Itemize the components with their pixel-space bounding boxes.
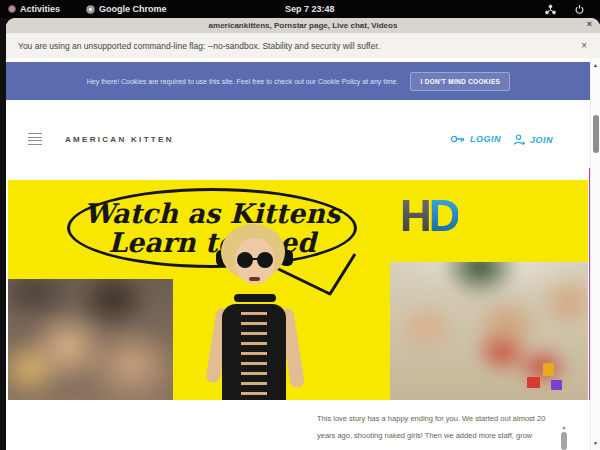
page-viewport: Hey there! Cookies are required to use t… [6,58,600,450]
activities-indicator-icon [8,5,16,13]
network-icon [545,4,556,15]
gift-box-purple [551,380,562,390]
menu-icon[interactable] [28,133,42,145]
app-menu-label: Google Chrome [99,4,167,14]
close-tab-icon[interactable]: × [587,19,592,29]
sunglasses-bridge [251,258,261,260]
about-line-2: years ago, shooting naked girls! Then we… [317,427,559,444]
sandbox-warning-bar: You are using an unsupported command-lin… [6,33,600,59]
choker-shape [234,294,276,302]
sunglasses-left-lens [237,252,253,268]
main-scroll-up-icon[interactable]: ▲ [591,62,600,68]
chrome-app-icon [86,5,95,14]
activities-button[interactable]: Activities [8,0,60,18]
join-button[interactable]: JOIN [513,134,553,146]
network-status-button[interactable] [545,0,556,18]
photo-left-placeholder[interactable] [8,279,173,400]
activities-label: Activities [20,4,60,14]
site-logo[interactable]: AMERICAN KITTEN [65,135,174,144]
user-plus-icon [513,134,525,146]
browser-window: americankittens, Pornstar page, Live cha… [6,18,600,450]
sunglasses-right-lens [257,252,273,268]
about-scrollbar-thumb[interactable] [561,432,567,450]
hero-banner[interactable]: Watch as Kittens Learn to Feed H D [8,180,588,400]
key-icon [450,134,465,144]
cookie-message: Hey there! Cookies are required to use t… [87,78,399,85]
scroll-up-icon[interactable]: ▲ [560,424,568,430]
clock-label: Sep 7 23:48 [285,4,335,14]
bubble-line-1: Watch as Kittens [84,199,340,228]
lips-shape [249,277,260,281]
tab-title: americankittens, Pornstar page, Live cha… [209,21,398,30]
app-menu-button[interactable]: Google Chrome [86,0,167,18]
gift-box-red [527,377,540,388]
main-scrollbar[interactable]: ▲ ▼ [590,58,600,450]
sandbox-warning-text: You are using an unsupported command-lin… [18,41,380,51]
join-label: JOIN [530,135,553,145]
login-button[interactable]: LOGIN [450,134,501,144]
hd-letter-d: D [429,194,458,238]
desktop-screen: Activities Google Chrome Sep 7 23:48 ame… [0,0,600,450]
login-label: LOGIN [470,134,501,144]
about-line-1: This love story has a happy ending for y… [317,410,559,427]
photo-right-placeholder[interactable] [390,262,588,400]
cutout-pattern [241,312,267,400]
accept-cookies-button[interactable]: I DON'T MIND COOKIES [410,72,510,91]
cookie-banner: Hey there! Cookies are required to use t… [6,62,591,100]
hd-logo: H D [400,194,458,238]
about-paragraph: This love story has a happy ending for y… [317,410,559,444]
power-icon [574,4,585,15]
gift-box-gold [543,363,554,376]
about-scrollbar[interactable]: ▲ [560,424,568,450]
dismiss-warning-icon[interactable]: × [581,40,587,51]
power-menu-button[interactable] [574,0,585,18]
photo-left-blur [8,279,173,400]
main-scroll-down-icon[interactable]: ▼ [591,440,600,446]
gnome-top-bar: Activities Google Chrome Sep 7 23:48 [0,0,600,18]
clock-button[interactable]: Sep 7 23:48 [285,0,335,18]
window-title-bar[interactable]: americankittens, Pornstar page, Live cha… [6,18,600,33]
hd-letter-h: H [400,194,429,238]
main-scrollbar-thumb[interactable] [593,115,599,153]
black-top-shape [222,304,286,400]
